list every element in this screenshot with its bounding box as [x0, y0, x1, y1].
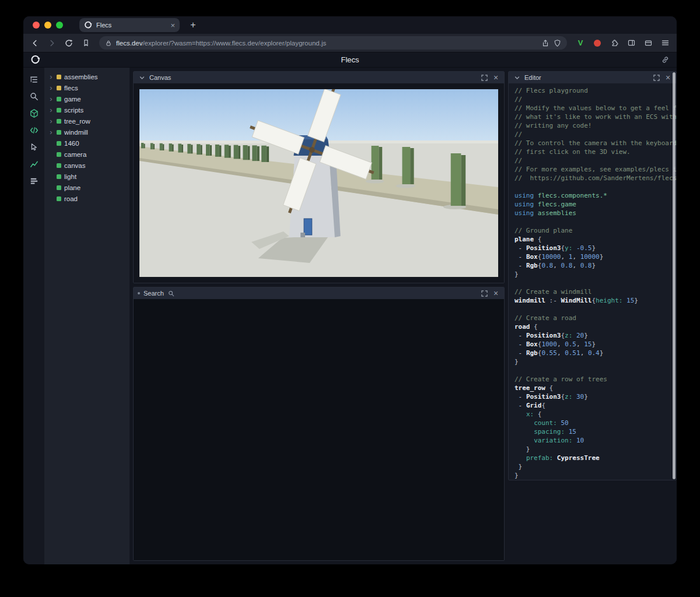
code-line [514, 279, 670, 287]
code-line: spacing: 15 [514, 427, 670, 436]
code-line: // https://github.com/SanderMertens/flec… [514, 174, 670, 182]
forward-button[interactable] [46, 37, 58, 49]
entity-color-square [57, 130, 61, 135]
tree-item-canvas[interactable]: canvas [44, 160, 130, 171]
collapse-chevron-icon[interactable] [138, 73, 146, 82]
entity-color-square [57, 141, 61, 146]
entity-color-square [57, 185, 61, 190]
code-icon[interactable] [28, 124, 40, 136]
tree-item-assemblies[interactable]: ›assemblies [44, 71, 130, 82]
entity-label: plane [64, 184, 80, 191]
close-icon[interactable]: × [492, 289, 500, 297]
browser-tab[interactable]: Flecs × [79, 18, 180, 32]
search-panel-body [134, 299, 504, 560]
tree-item-windmill[interactable]: ›windmill [44, 127, 130, 138]
code-line [514, 182, 670, 191]
extension-v-icon[interactable]: V [575, 37, 586, 49]
code-line [514, 305, 670, 314]
close-icon[interactable]: × [664, 73, 672, 82]
tree-item-plane[interactable]: plane [44, 182, 130, 193]
code-line: - Rgb{0.8, 0.8, 0.8} [514, 261, 670, 270]
bookmark-sidebar-icon[interactable] [80, 37, 92, 49]
tree-item-light[interactable]: light [44, 171, 130, 182]
inspect-cursor-icon[interactable] [28, 141, 40, 153]
expand-chevron-icon[interactable]: › [48, 84, 54, 92]
zoom-window-button[interactable] [56, 22, 63, 29]
sidebar-panel-icon[interactable] [625, 37, 637, 49]
reload-button[interactable] [63, 37, 75, 49]
tree-item-1460[interactable]: 1460 [44, 138, 130, 149]
tree-item-game[interactable]: ›game [44, 93, 130, 104]
expand-icon[interactable] [652, 73, 660, 82]
entity-label: scripts [64, 107, 83, 114]
extension-red-icon[interactable] [592, 37, 603, 49]
entity-color-square [57, 163, 61, 168]
search-panel-header[interactable]: Search × [134, 287, 504, 299]
expand-chevron-icon[interactable]: › [48, 128, 54, 136]
tree-item-flecs[interactable]: ›flecs [44, 82, 130, 93]
panel-title: Canvas [149, 74, 171, 81]
code-line: // Modify the values below to get a feel… [514, 104, 670, 113]
tab-favicon-flecs-logo [84, 21, 92, 29]
tree-item-camera[interactable]: camera [44, 149, 130, 160]
tree-item-road[interactable]: road [44, 193, 130, 204]
extensions-puzzle-icon[interactable] [608, 37, 620, 49]
tab-title: Flecs [96, 22, 166, 29]
expand-icon[interactable] [480, 73, 488, 82]
tree-item-scripts[interactable]: ›scripts [44, 104, 130, 115]
code-line: // For more examples, see examples/plecs… [514, 165, 670, 174]
entity-tree-icon[interactable] [28, 73, 40, 85]
expand-chevron-icon[interactable]: › [48, 95, 54, 103]
tab-close-icon[interactable]: × [170, 21, 175, 30]
code-line: - Position3{z: 20} [514, 331, 670, 340]
brave-shield-icon[interactable] [554, 39, 561, 47]
close-icon[interactable]: × [492, 73, 500, 82]
code-line: // [514, 156, 670, 165]
code-line: // Ground plane [514, 226, 670, 235]
minimize-window-button[interactable] [44, 22, 51, 29]
expand-icon[interactable] [480, 289, 488, 297]
code-line: // Create a road [514, 314, 670, 322]
url-bar[interactable]: flecs.dev/explorer/?wasm=https://www.fle… [99, 36, 567, 50]
code-line: } [514, 462, 670, 471]
canvas-panel-header[interactable]: Canvas × [134, 72, 504, 83]
share-link-icon[interactable] [661, 55, 670, 64]
code-line: // [514, 95, 670, 104]
tab-bar: Flecs × + [23, 16, 677, 34]
lock-icon [105, 40, 112, 47]
search-icon[interactable] [28, 90, 40, 102]
tree-item-tree_row[interactable]: ›tree_row [44, 115, 130, 127]
panel-title: Editor [524, 74, 541, 81]
editor-scrollbar[interactable] [673, 72, 676, 479]
entity-label: 1460 [64, 140, 79, 147]
wallet-icon[interactable] [642, 37, 654, 49]
code-editor[interactable]: // Flecs playground//// Modify the value… [509, 83, 676, 480]
window-controls [33, 22, 63, 29]
expand-chevron-icon[interactable]: › [48, 73, 54, 80]
expand-chevron-icon[interactable]: › [48, 106, 54, 114]
editor-panel-header[interactable]: Editor × [509, 72, 676, 83]
search-panel: Search × [133, 287, 505, 561]
code-line: - Position3{z: 30} [514, 392, 670, 401]
canvas-3d-view[interactable] [139, 89, 498, 277]
resources-cube-icon[interactable] [28, 107, 40, 119]
code-line: // first click on the 3D view. [514, 148, 670, 156]
code-line: // Create a row of trees [514, 375, 670, 384]
entity-label: assemblies [64, 73, 98, 80]
chart-icon[interactable] [28, 158, 40, 170]
new-tab-button[interactable]: + [187, 19, 200, 31]
entity-label: camera [64, 151, 86, 158]
app-header: Flecs [23, 52, 677, 68]
menu-icon[interactable] [659, 37, 671, 49]
close-window-button[interactable] [33, 22, 40, 29]
share-icon[interactable] [541, 39, 550, 47]
entity-label: light [64, 173, 76, 180]
back-button[interactable] [29, 37, 41, 49]
stats-bars-icon[interactable] [28, 175, 40, 187]
code-line: count: 50 [514, 419, 670, 427]
collapsed-dot-icon[interactable] [138, 292, 140, 294]
editor-panel: Editor × // Flecs playground//// Modify … [508, 71, 677, 480]
collapse-chevron-icon[interactable] [513, 73, 521, 82]
expand-chevron-icon[interactable]: › [48, 117, 54, 125]
magnifier-icon [167, 289, 176, 297]
